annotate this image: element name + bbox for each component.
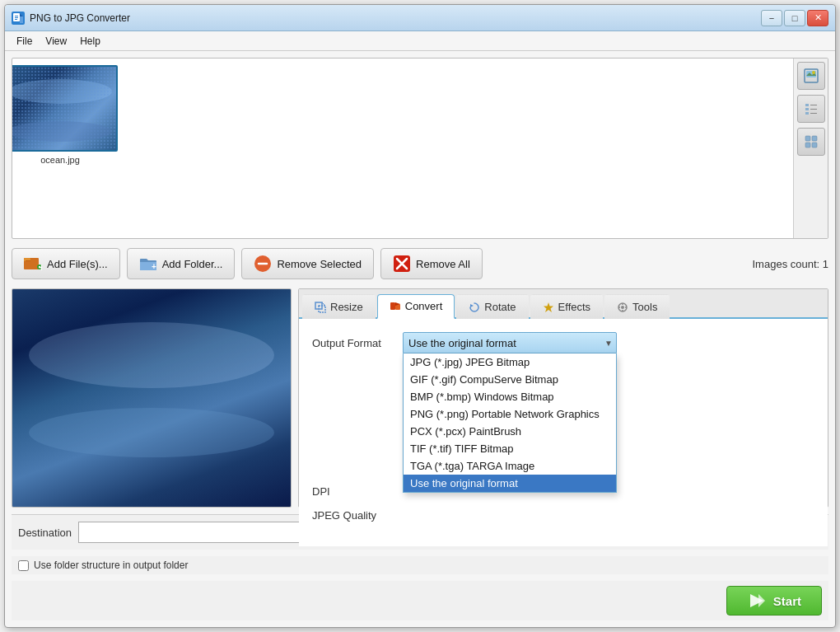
menu-help[interactable]: Help: [73, 34, 107, 49]
tab-effects-label: Effects: [558, 301, 591, 313]
dropdown-option-7[interactable]: Use the original format: [404, 475, 616, 492]
add-files-label: Add File(s)...: [47, 258, 108, 270]
svg-text:+: +: [39, 262, 42, 273]
add-files-button[interactable]: + Add File(s)...: [12, 248, 120, 279]
remove-all-button[interactable]: Remove All: [380, 248, 483, 279]
images-count: Images count: 1: [753, 258, 829, 270]
svg-rect-3: [15, 17, 18, 18]
destination-label: Destination: [18, 527, 72, 539]
svg-marker-41: [544, 302, 553, 312]
svg-rect-17: [805, 136, 810, 141]
image-view-button[interactable]: [797, 62, 825, 90]
svg-rect-14: [810, 109, 817, 110]
start-label: Start: [773, 594, 801, 608]
folder-structure-row: Use folder structure in output folder: [12, 556, 828, 574]
add-files-icon: +: [24, 255, 42, 273]
titlebar: PNG to JPG Converter − □ ✕: [5, 5, 835, 31]
file-thumbnail: [12, 65, 118, 152]
remove-selected-icon: [254, 255, 272, 273]
tab-convert-label: Convert: [405, 300, 443, 312]
window-title: PNG to JPG Converter: [30, 12, 130, 24]
titlebar-left: PNG to JPG Converter: [12, 12, 130, 25]
dropdown-arrow-icon: ▼: [604, 339, 613, 348]
main-content: ocean.jpg: [5, 51, 835, 627]
list-item[interactable]: ocean.jpg: [19, 65, 101, 165]
svg-rect-12: [810, 105, 817, 105]
svg-marker-40: [470, 304, 474, 307]
svg-rect-4: [15, 19, 17, 20]
app-icon: [12, 12, 25, 25]
tab-effects[interactable]: Effects: [530, 294, 604, 319]
tools-tab-icon: [617, 302, 628, 313]
main-window: PNG to JPG Converter − □ ✕ File View Hel…: [4, 4, 836, 628]
dropdown-list: JPG (*.jpg) JPEG Bitmap GIF (*.gif) Comp…: [403, 353, 617, 493]
preview-panel: [12, 288, 292, 508]
list-view-button[interactable]: [797, 95, 825, 123]
svg-rect-19: [805, 143, 810, 147]
menu-view[interactable]: View: [39, 34, 73, 49]
remove-selected-label: Remove Selected: [277, 258, 362, 270]
close-button[interactable]: ✕: [807, 10, 828, 26]
folder-structure-label: Use folder structure in output folder: [34, 559, 188, 571]
menubar: File View Help: [5, 31, 835, 51]
titlebar-buttons: − □ ✕: [761, 10, 828, 26]
svg-text:+: +: [152, 262, 156, 271]
svg-rect-2: [15, 16, 18, 16]
start-icon: [747, 591, 767, 611]
grid-view-icon: [804, 134, 819, 149]
list-view-icon: [804, 101, 819, 116]
dpi-label: DPI: [312, 485, 403, 498]
dropdown-header[interactable]: Use the original format ▼: [403, 332, 617, 353]
remove-selected-button[interactable]: Remove Selected: [241, 248, 374, 279]
file-name-label: ocean.jpg: [40, 155, 80, 165]
dropdown-option-6[interactable]: TGA (*.tga) TARGA Image: [404, 457, 616, 475]
svg-rect-16: [810, 113, 817, 114]
menu-file[interactable]: File: [10, 34, 39, 49]
svg-marker-60: [758, 594, 765, 607]
maximize-button[interactable]: □: [784, 10, 805, 26]
file-list-content: ocean.jpg: [12, 59, 793, 238]
output-format-dropdown[interactable]: Use the original format ▼ JPG (*.jpg) JP…: [403, 332, 617, 353]
lower-section: Resize Convert: [12, 288, 828, 508]
file-list-toolbar: [793, 59, 828, 238]
tab-rotate[interactable]: Rotate: [456, 294, 528, 319]
tab-tools-label: Tools: [632, 301, 657, 313]
dropdown-option-2[interactable]: BMP (*.bmp) Windows Bitmap: [404, 388, 616, 405]
add-folder-button[interactable]: + Add Folder...: [127, 248, 236, 279]
convert-tab-icon: [390, 301, 401, 312]
tab-convert[interactable]: Convert: [377, 294, 455, 319]
jpeg-quality-label: JPEG Quality: [312, 509, 403, 522]
rotate-tab-icon: [469, 302, 480, 313]
dropdown-option-0[interactable]: JPG (*.jpg) JPEG Bitmap: [404, 353, 616, 371]
add-folder-label: Add Folder...: [162, 258, 223, 270]
dropdown-option-1[interactable]: GIF (*.gif) CompuServe Bitmap: [404, 371, 616, 388]
svg-rect-13: [805, 108, 809, 110]
tab-rotate-label: Rotate: [484, 301, 516, 313]
svg-rect-11: [805, 104, 809, 106]
effects-tab-icon: [543, 302, 554, 313]
svg-point-10: [812, 71, 815, 74]
convert-tab-content: Output Format Use the original format ▼ …: [299, 319, 828, 546]
folder-structure-checkbox[interactable]: [18, 560, 29, 571]
dropdown-selected-value: Use the original format: [408, 337, 516, 349]
svg-rect-37: [390, 302, 395, 310]
svg-point-43: [621, 306, 624, 309]
jpeg-quality-row: JPEG Quality: [312, 509, 814, 522]
image-view-icon: [804, 68, 819, 83]
start-button[interactable]: Start: [726, 586, 822, 616]
add-folder-icon: +: [139, 255, 157, 273]
grid-view-button[interactable]: [797, 128, 825, 156]
dropdown-option-5[interactable]: TIF (*.tif) TIFF Bitmap: [404, 440, 616, 457]
remove-all-label: Remove All: [416, 258, 470, 270]
tab-resize-label: Resize: [330, 301, 363, 313]
svg-rect-20: [812, 143, 817, 147]
minimize-button[interactable]: −: [761, 10, 782, 26]
tabs: Resize Convert: [299, 289, 828, 319]
tab-tools[interactable]: Tools: [604, 294, 670, 319]
dropdown-option-4[interactable]: PCX (*.pcx) PaintBrush: [404, 423, 616, 440]
remove-all-icon: [393, 255, 411, 273]
start-button-row: Start: [12, 581, 828, 620]
dropdown-option-3[interactable]: PNG (*.png) Portable Network Graphics: [404, 405, 616, 423]
output-format-row: Output Format Use the original format ▼ …: [312, 332, 814, 353]
tab-resize[interactable]: Resize: [302, 294, 376, 319]
